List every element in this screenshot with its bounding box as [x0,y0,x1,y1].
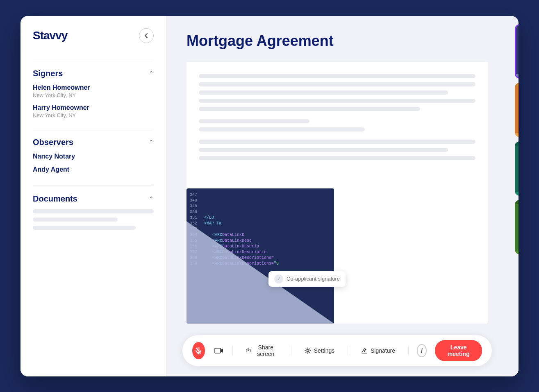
divider-signers [33,131,154,131]
signer-harry-location: New York City, NY [33,112,154,118]
code-line: 349 [190,204,331,208]
toolbar-separator-3 [348,346,348,356]
text-line [199,99,475,103]
text-line [199,148,448,152]
code-overlay: 347 348 349 350 351 </LO [186,188,334,324]
signer-helen: Helen Homeowner New York City, NY [33,84,154,98]
documents-title: Documents [33,194,77,204]
code-line: 352 <MAP Ta [190,221,331,226]
toolbar-separator-2 [291,346,291,356]
settings-button[interactable]: Settings [300,344,340,357]
doc-bar-1 [33,209,154,213]
bottom-toolbar: Share screen Settings Signature [182,335,492,366]
observers-chevron[interactable]: ⌃ [149,139,154,145]
svg-rect-10 [516,29,519,74]
svg-rect-28 [515,145,519,192]
code-line: 358 <ARC DataLinkDescriptions= [190,256,331,260]
document-title: Mortgage Agreement [186,32,488,50]
text-line [199,82,475,86]
main-content: Mortgage Agreement 347 [166,16,508,376]
divider-observers [33,186,154,186]
sidebar-header: Stavvy [33,28,154,43]
toolbar-separator [232,346,233,356]
svg-rect-37 [515,204,519,250]
camera-button[interactable] [213,343,225,358]
signer-harry-name: Harry Homeowner [33,104,154,111]
video-tile-harry: Harry Homeowner [515,83,519,137]
tile-bg-harry [515,83,519,137]
tile-bg-helen [516,25,519,77]
documents-section-header: Documents ⌃ [33,194,154,204]
share-screen-button[interactable]: Share screen [241,341,283,360]
signature-tooltip-text: Co-applicant signature [287,276,340,282]
document-content: 347 348 349 350 351 </LO [186,62,488,324]
observers-title: Observers [33,138,73,147]
svg-marker-6 [221,349,223,353]
code-line: 353 [190,227,331,231]
signer-helen-location: New York City, NY [33,92,154,98]
info-button[interactable]: i [417,344,427,357]
observer-andy: Andy Agent [33,166,154,173]
signature-tooltip: ✓ Co-applicant signature [268,271,346,287]
signature-check-icon: ✓ [274,274,283,283]
signers-chevron[interactable]: ⌃ [149,70,154,77]
signer-helen-name: Helen Homeowner [33,84,154,91]
mute-button[interactable] [192,342,205,359]
svg-rect-27 [515,86,519,133]
video-panel: Helen Homeowner [508,16,519,376]
signers-section-header: Signers ⌃ [33,69,154,78]
observer-nancy: Nancy Notary [33,153,154,160]
code-line: 359 <ARC DataLinkDescriptions="S [190,261,331,266]
svg-point-8 [307,349,309,351]
app-container: Stavvy Signers ⌃ Helen Homeowner New Yor… [20,16,519,376]
leave-meeting-button[interactable]: Leave meeting [435,340,482,361]
tile-bg-nancy [515,141,519,196]
code-line: 356 <ARC DataLinkDescrip [190,244,331,249]
stavvy-logo: Stavvy [33,29,67,42]
share-screen-label: Share screen [254,344,278,357]
tile-bg-andy [515,200,519,254]
back-button[interactable] [139,28,154,43]
video-tile-andy: Andy Agent [515,200,519,254]
code-line: 354 <ARC DataLinkD [190,233,331,237]
signature-label: Signature [371,347,395,354]
doc-bar-3 [33,226,136,230]
text-line [199,91,448,95]
text-line [199,107,420,111]
document-area: Mortgage Agreement 347 [166,16,508,335]
text-line [199,74,475,78]
video-tile-nancy: Nancy Notary [515,141,519,196]
documents-chevron[interactable]: ⌃ [149,195,154,202]
text-line [199,119,309,123]
text-line [199,127,365,131]
signer-harry: Harry Homeowner New York City, NY [33,104,154,118]
signers-title: Signers [33,69,63,78]
text-line [199,156,475,160]
divider-top [33,62,154,62]
toolbar-separator-4 [408,346,409,356]
code-line: 351 </LO [190,215,331,220]
settings-label: Settings [314,347,335,354]
code-line: 347 [190,193,331,197]
code-line: 348 [190,198,331,203]
signature-button[interactable]: Signature [356,344,400,357]
observers-section-header: Observers ⌃ [33,138,154,147]
svg-rect-5 [215,348,221,353]
code-line: 357 <ARC DataLinkDescriptio [190,250,331,254]
code-line: 350 [190,210,331,214]
code-line: 355 <ARC DataLinkDesc [190,238,331,243]
text-line [199,140,475,144]
video-tile-helen: Helen Homeowner [515,24,519,79]
doc-bar-2 [33,218,118,222]
sidebar: Stavvy Signers ⌃ Helen Homeowner New Yor… [20,16,166,376]
